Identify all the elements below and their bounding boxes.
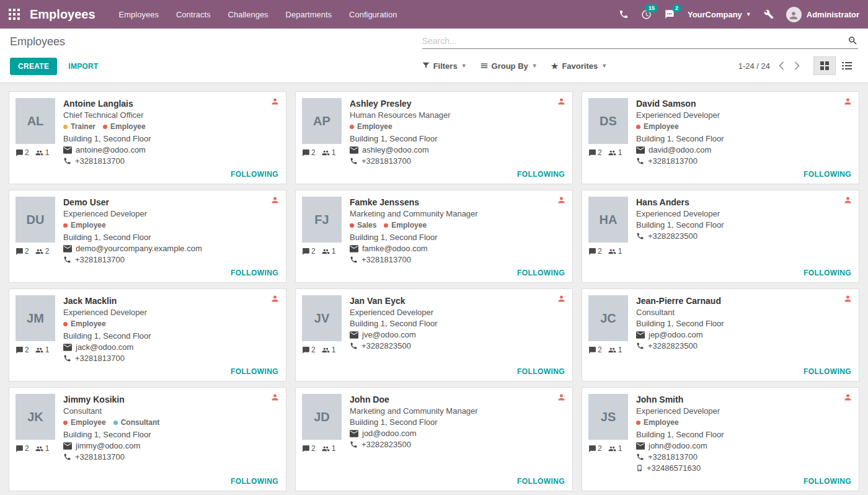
phone-row[interactable]: +3281813700 bbox=[63, 354, 280, 363]
email-row[interactable]: david@odoo.com bbox=[636, 145, 852, 154]
menu-configuration[interactable]: Configuration bbox=[342, 6, 404, 24]
phone-row[interactable]: +3281813700 bbox=[350, 156, 566, 166]
hr-presence-icon[interactable] bbox=[270, 294, 280, 303]
email-row[interactable]: demo@yourcompany.example.com bbox=[63, 244, 280, 253]
phone-row[interactable]: +3281813700 bbox=[350, 255, 566, 264]
favorites-button[interactable]: ★ Favorites ▼ bbox=[551, 61, 607, 71]
hr-presence-icon[interactable] bbox=[557, 97, 566, 106]
search-input[interactable] bbox=[422, 36, 848, 46]
email-row[interactable]: famke@odoo.com bbox=[350, 244, 566, 253]
following-button[interactable]: FOLLOWING bbox=[517, 477, 565, 486]
mobile-row[interactable]: +32486571630 bbox=[636, 463, 852, 473]
employee-card[interactable]: AL 2 1 Antoine Langlais Chief Technical … bbox=[9, 91, 286, 184]
employee-card[interactable]: JC 2 1 Jean-Pierre Carnaud Consultant Bu… bbox=[582, 288, 859, 381]
pager-previous-button[interactable] bbox=[779, 61, 784, 70]
following-button[interactable]: FOLLOWING bbox=[804, 170, 851, 179]
following-button[interactable]: FOLLOWING bbox=[517, 170, 565, 179]
hr-presence-icon[interactable] bbox=[270, 393, 280, 402]
following-button[interactable]: FOLLOWING bbox=[804, 367, 851, 376]
phone-row[interactable]: +3281813700 bbox=[63, 255, 280, 264]
hr-presence-icon[interactable] bbox=[843, 294, 852, 303]
following-button[interactable]: FOLLOWING bbox=[517, 269, 565, 277]
import-button[interactable]: IMPORT bbox=[68, 62, 98, 71]
email-row[interactable]: jimmy@odoo.com bbox=[63, 441, 280, 450]
following-button[interactable]: FOLLOWING bbox=[804, 269, 851, 277]
phone-row[interactable]: +3282823500 bbox=[350, 440, 566, 449]
menu-departments[interactable]: Departments bbox=[278, 6, 339, 24]
employee-card[interactable]: JM 2 1 Jack Macklin Experienced Develope… bbox=[9, 288, 286, 381]
menu-contracts[interactable]: Contracts bbox=[169, 6, 218, 24]
debug-tools-icon[interactable] bbox=[764, 9, 774, 19]
user-avatar bbox=[786, 7, 802, 22]
email-row[interactable]: jve@odoo.com bbox=[350, 330, 566, 339]
email-row[interactable]: ashley@odoo.com bbox=[350, 145, 566, 154]
hr-presence-icon[interactable] bbox=[270, 97, 280, 106]
email-row[interactable]: john@odoo.com bbox=[636, 441, 852, 450]
following-button[interactable]: FOLLOWING bbox=[231, 170, 278, 179]
apps-menu-icon[interactable] bbox=[9, 9, 20, 20]
employee-card[interactable]: JK 2 1 Jimmy Kosikin Consultant Employee… bbox=[9, 387, 286, 491]
messages-icon[interactable]: 2 bbox=[664, 9, 675, 19]
phone-icon bbox=[63, 453, 71, 461]
employee-card[interactable]: AP 2 1 Ashley Presley Human Resources Ma… bbox=[295, 91, 573, 184]
hr-presence-icon[interactable] bbox=[557, 294, 566, 303]
menu-challenges[interactable]: Challenges bbox=[221, 6, 276, 24]
hr-presence-icon[interactable] bbox=[557, 195, 566, 205]
chevron-down-icon: ▼ bbox=[532, 63, 538, 69]
hr-presence-icon[interactable] bbox=[843, 393, 852, 402]
phone-row[interactable]: +3281813700 bbox=[636, 156, 852, 166]
menu-employees[interactable]: Employees bbox=[112, 6, 166, 24]
email-row[interactable]: jack@odoo.com bbox=[63, 342, 280, 352]
following-button[interactable]: FOLLOWING bbox=[231, 269, 278, 277]
phone-icon bbox=[350, 157, 358, 165]
list-view-button[interactable] bbox=[836, 56, 858, 75]
filters-button[interactable]: Filters ▼ bbox=[422, 61, 467, 71]
hr-presence-icon[interactable] bbox=[557, 393, 566, 402]
employee-card[interactable]: HA 2 1 Hans Anders Experienced Developer… bbox=[582, 190, 859, 283]
employee-card[interactable]: FJ 2 1 Famke Jenssens Marketing and Comm… bbox=[295, 190, 573, 283]
employee-card[interactable]: JS 2 1 John Smith Experienced Developer … bbox=[582, 387, 859, 491]
phone-row[interactable]: +3281813700 bbox=[63, 156, 280, 166]
phone-row[interactable]: +3281813700 bbox=[63, 452, 280, 462]
phone-row[interactable]: +3282823500 bbox=[636, 341, 852, 350]
activities-icon[interactable]: 15 bbox=[641, 9, 652, 20]
following-button[interactable]: FOLLOWING bbox=[804, 477, 851, 486]
mail-icon bbox=[63, 245, 72, 252]
mail-icon bbox=[350, 331, 358, 339]
following-button[interactable]: FOLLOWING bbox=[517, 367, 565, 376]
email-row[interactable]: jep@odoo.com bbox=[636, 330, 852, 339]
email-row[interactable]: jod@odoo.com bbox=[350, 429, 566, 438]
email-row[interactable]: antoine@odoo.com bbox=[63, 145, 280, 154]
tag: Employee bbox=[350, 122, 392, 131]
employee-card[interactable]: DU 2 2 Demo User Experienced Developer E… bbox=[9, 190, 286, 283]
company-switcher[interactable]: YourCompany ▼ bbox=[688, 10, 751, 19]
employee-name: John Smith bbox=[636, 395, 852, 404]
job-title: Experienced Developer bbox=[63, 308, 280, 317]
employee-card[interactable]: JD 2 1 John Doe Marketing and Community … bbox=[295, 387, 573, 491]
breadcrumb: Employees bbox=[10, 35, 417, 48]
mail-icon bbox=[63, 344, 72, 351]
voip-phone-icon[interactable] bbox=[619, 9, 629, 19]
user-menu[interactable]: Administrator bbox=[786, 7, 859, 22]
phone-row[interactable]: +3281813700 bbox=[636, 452, 852, 462]
phone-row[interactable]: +3282823500 bbox=[636, 231, 852, 241]
employee-photo: DS bbox=[588, 98, 628, 144]
tag-dot bbox=[113, 421, 118, 425]
employee-card[interactable]: DS 2 1 David Samson Experienced Develope… bbox=[582, 91, 859, 184]
following-button[interactable]: FOLLOWING bbox=[231, 367, 278, 376]
group-by-button[interactable]: Group By ▼ bbox=[480, 61, 538, 71]
kanban-view-button[interactable] bbox=[813, 56, 836, 75]
hr-presence-icon[interactable] bbox=[843, 97, 852, 106]
phone-row[interactable]: +3282823500 bbox=[350, 341, 566, 350]
message-count: 2 bbox=[588, 346, 602, 354]
following-button[interactable]: FOLLOWING bbox=[231, 477, 278, 486]
hr-presence-icon[interactable] bbox=[270, 195, 280, 205]
search-icon[interactable] bbox=[848, 35, 858, 46]
hr-presence-icon[interactable] bbox=[843, 195, 852, 205]
pager-next-button[interactable] bbox=[794, 61, 800, 70]
employee-card[interactable]: JV 2 1 Jan Van Eyck Experienced Develope… bbox=[295, 288, 573, 381]
pager-value[interactable]: 1-24 / 24 bbox=[738, 61, 770, 71]
create-button[interactable]: CREATE bbox=[10, 58, 57, 75]
followers-icon bbox=[321, 346, 330, 354]
work-location: Building 1, Second Floor bbox=[636, 134, 852, 143]
